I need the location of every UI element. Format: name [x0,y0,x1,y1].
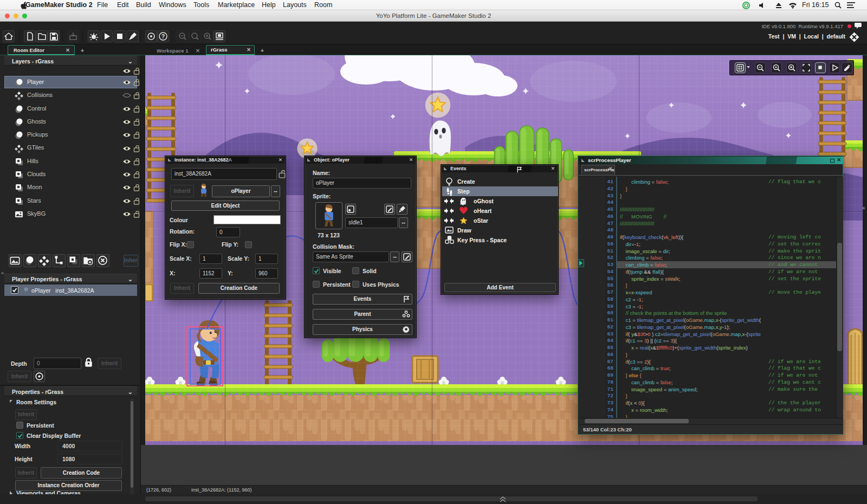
svg-text:?: ? [161,34,165,40]
